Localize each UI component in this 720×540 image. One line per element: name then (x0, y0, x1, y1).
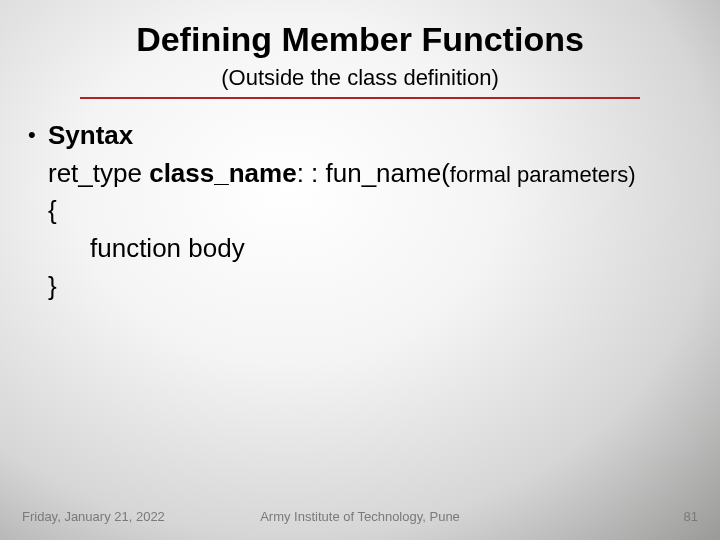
content-area: • Syntax ret_type class_name: : fun_name… (0, 117, 720, 305)
code-seg-body: function body (90, 233, 245, 263)
title-block: Defining Member Functions (Outside the c… (0, 0, 720, 99)
title-underline (80, 97, 640, 99)
code-line-2: { (48, 192, 692, 230)
code-seg-params: formal parameters) (450, 162, 636, 187)
slide-title: Defining Member Functions (0, 20, 720, 59)
slide: Defining Member Functions (Outside the c… (0, 0, 720, 540)
code-line-1: ret_type class_name: : fun_name(formal p… (48, 155, 692, 193)
bullet-row: • Syntax (28, 117, 692, 155)
code-seg-rettype: ret_type (48, 158, 149, 188)
code-seg-sep: : : fun_name( (297, 158, 450, 188)
code-line-3: function body (48, 230, 692, 268)
footer-page-number: 81 (684, 509, 698, 524)
code-block: ret_type class_name: : fun_name(formal p… (28, 155, 692, 306)
slide-subtitle: (Outside the class definition) (0, 65, 720, 91)
footer-date: Friday, January 21, 2022 (22, 509, 165, 524)
footer: Friday, January 21, 2022 Army Institute … (0, 509, 720, 524)
bullet-marker: • (28, 117, 48, 152)
code-line-4: } (48, 268, 692, 306)
footer-org: Army Institute of Technology, Pune (260, 509, 460, 524)
code-seg-classname: class_name (149, 158, 296, 188)
syntax-label: Syntax (48, 117, 133, 155)
